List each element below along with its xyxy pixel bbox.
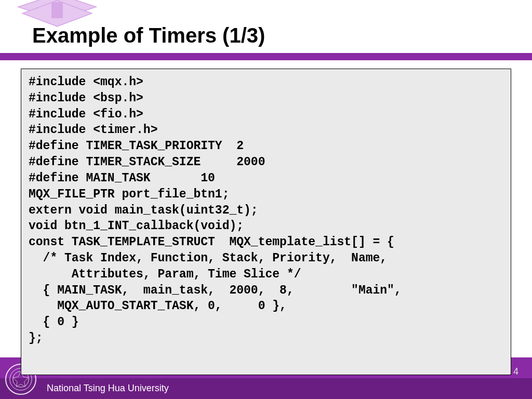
code-block: #include <mqx.h> #include <bsp.h> #inclu… xyxy=(21,69,511,375)
title-divider xyxy=(0,53,532,60)
svg-rect-2 xyxy=(52,3,62,18)
code-content: #include <mqx.h> #include <bsp.h> #inclu… xyxy=(29,74,503,347)
footer-text: National Tsing Hua University xyxy=(47,383,169,394)
slide-number: 4 xyxy=(513,366,518,377)
slide-title: Example of Timers (1/3) xyxy=(32,24,265,47)
